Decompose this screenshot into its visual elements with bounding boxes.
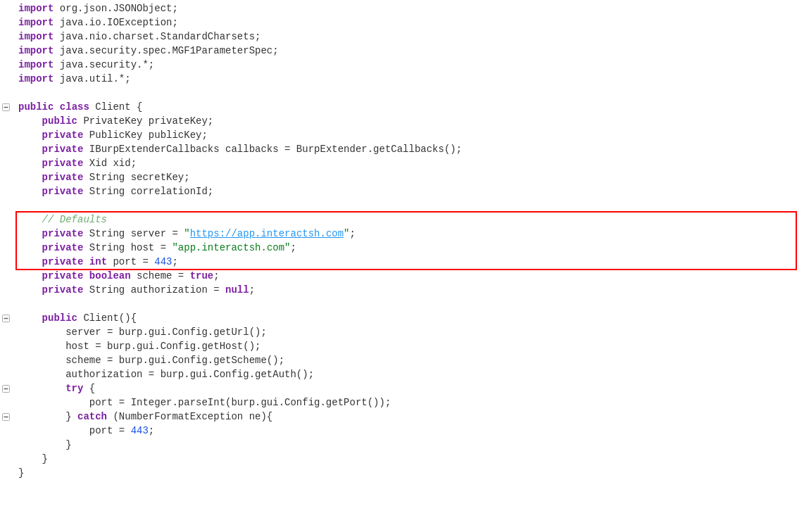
fold-cell [0,156,11,170]
token-plain: String server = [83,227,184,241]
fold-cell [0,86,11,100]
fold-column [0,0,11,532]
fold-cell[interactable] [0,410,11,424]
token-number: 443 [154,255,172,269]
fold-cell [0,367,11,381]
token-plain: (NumberFormatException ne){ [107,410,272,424]
token-kw: import [18,15,54,30]
code-area: import org.json.JSONObject;import java.i… [0,0,804,532]
token-kw: true [190,269,214,283]
token-kw: import [18,1,54,15]
token-comment: // Defaults [42,213,107,227]
fold-cell[interactable] [0,100,11,114]
code-line [18,86,804,100]
code-line: } catch (NumberFormatException ne){ [18,410,804,424]
token-plain [54,100,59,114]
token-plain [18,311,42,325]
code-content: import org.json.JSONObject;import java.i… [11,0,804,532]
token-plain: java.security.*; [54,58,154,72]
token-kw: import [18,30,54,44]
hyperlink[interactable]: https://app.interactsh.com [190,227,344,241]
fold-cell [0,58,11,72]
fold-cell [0,353,11,367]
code-line: private String secretKey; [18,170,804,184]
fold-cell [0,395,11,410]
token-plain: ; [249,283,255,297]
token-plain [18,142,42,156]
code-line: public PrivateKey privateKey; [18,114,804,128]
token-plain: } [18,438,72,452]
code-line: private Xid xid; [18,156,804,170]
token-plain: IBurpExtenderCallbacks callbacks = BurpE… [83,142,462,156]
token-kw: private [42,269,84,283]
token-plain: host = burp.gui.Config.getHost(); [18,339,260,353]
code-line: import org.json.JSONObject; [18,1,804,15]
token-plain: java.io.IOException; [54,15,177,30]
code-line: private String server = "https://app.int… [18,227,804,241]
token-kw: public [18,100,54,114]
token-plain: String host = [83,241,172,255]
token-plain: Client(){ [77,311,137,325]
fold-cell [0,255,11,269]
token-plain: Xid xid; [83,156,137,170]
token-plain: scheme = burp.gui.Config.getScheme(); [18,353,284,367]
token-kw: catch [77,410,107,424]
token-number: 443 [131,424,149,438]
code-line: } [18,452,804,466]
fold-cell [0,72,11,86]
token-plain: port = Integer.parseInt(burp.gui.Config.… [18,395,391,410]
fold-cell [0,44,11,58]
token-kw: private [42,156,84,170]
token-kw: try [65,381,83,395]
token-plain: java.nio.charset.StandardCharsets; [54,30,260,44]
fold-cell [0,283,11,297]
code-line: public class Client { [18,100,804,114]
token-string: "app.interactsh.com" [172,241,290,255]
token-kw: public [42,114,77,128]
token-kw: public [42,311,77,325]
code-line: import java.nio.charset.StandardCharsets… [18,30,804,44]
fold-cell [0,142,11,156]
code-line: private int port = 443; [18,255,804,269]
fold-cell [0,269,11,283]
token-plain: port = [18,424,131,438]
code-line: import java.security.spec.MGF1ParameterS… [18,44,804,58]
code-line: server = burp.gui.Config.getUrl(); [18,325,804,339]
token-kw: null [225,283,249,297]
code-line: import java.security.*; [18,58,804,72]
fold-cell[interactable] [0,311,11,325]
token-plain: ; [213,269,219,283]
token-kw: private [42,128,84,142]
code-line: try { [18,381,804,395]
token-kw: import [18,44,54,58]
code-line [18,198,804,213]
token-plain [18,128,42,142]
token-plain [18,255,42,269]
code-line: port = Integer.parseInt(burp.gui.Config.… [18,395,804,410]
fold-cell [0,1,11,15]
fold-cell [0,325,11,339]
code-line: } [18,466,804,480]
token-string: " [184,227,189,241]
fold-cell [0,213,11,227]
token-plain: Client { [89,100,143,114]
token-plain [18,114,42,128]
token-kw2: boolean [89,269,131,283]
fold-cell [0,114,11,128]
fold-cell[interactable] [0,381,11,395]
token-kw2: int [89,255,107,269]
fold-cell [0,128,11,142]
fold-cell [0,15,11,30]
code-line: // Defaults [18,213,804,227]
token-plain [83,269,89,283]
token-string: " [344,227,349,241]
fold-cell [0,227,11,241]
token-kw: private [42,227,84,241]
fold-cell [0,424,11,438]
token-plain [18,213,42,227]
code-line: private String authorization = null; [18,283,804,297]
code-line [18,297,804,311]
token-plain: } [18,410,77,424]
fold-cell [0,241,11,255]
code-line: private PublicKey publicKey; [18,128,804,142]
